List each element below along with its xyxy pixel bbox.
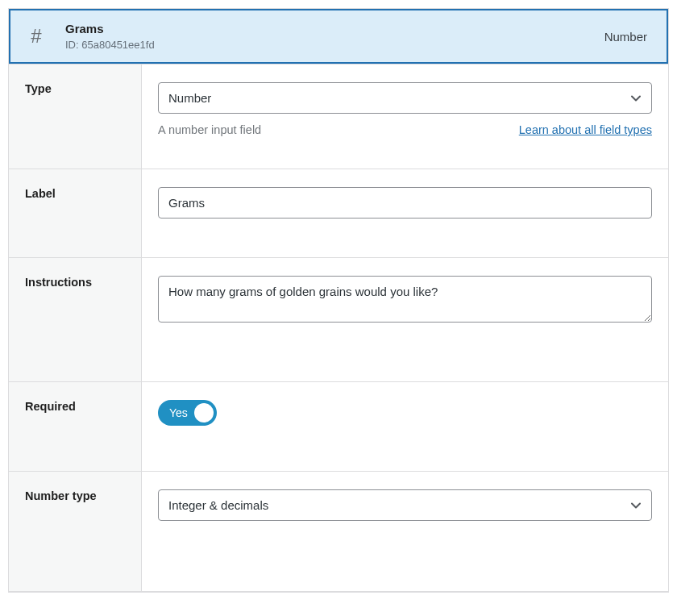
field-header[interactable]: # Grams ID: 65a80451ee1fd Number (9, 9, 668, 64)
type-label: Type (9, 65, 142, 169)
row-type: Type A number input field Learn about al… (9, 64, 668, 169)
row-instructions: Instructions (9, 257, 668, 381)
type-select-wrap (158, 82, 652, 114)
row-required: Required Yes (9, 381, 668, 471)
type-select[interactable] (158, 82, 652, 114)
type-help-text: A number input field (158, 123, 261, 136)
required-label: Required (9, 382, 142, 471)
label-input[interactable] (158, 187, 652, 219)
toggle-knob (194, 403, 214, 422)
number-type-label: Number type (9, 472, 142, 591)
learn-field-types-link[interactable]: Learn about all field types (519, 123, 652, 136)
row-label: Label (9, 169, 668, 257)
required-toggle[interactable]: Yes (158, 400, 217, 426)
field-type-badge: Number (604, 30, 647, 44)
instructions-textarea[interactable] (158, 276, 652, 323)
instructions-label: Instructions (9, 258, 142, 381)
field-panel: # Grams ID: 65a80451ee1fd Number Type A … (8, 8, 669, 593)
label-label: Label (9, 169, 142, 257)
row-number-type: Number type (9, 471, 668, 592)
number-type-select-wrap (158, 489, 652, 521)
hash-icon: # (23, 25, 49, 48)
header-text: Grams ID: 65a80451ee1fd (65, 22, 588, 51)
field-id: ID: 65a80451ee1fd (65, 39, 588, 51)
number-type-select[interactable] (158, 489, 652, 521)
toggle-label: Yes (169, 406, 188, 419)
field-title: Grams (65, 22, 588, 35)
